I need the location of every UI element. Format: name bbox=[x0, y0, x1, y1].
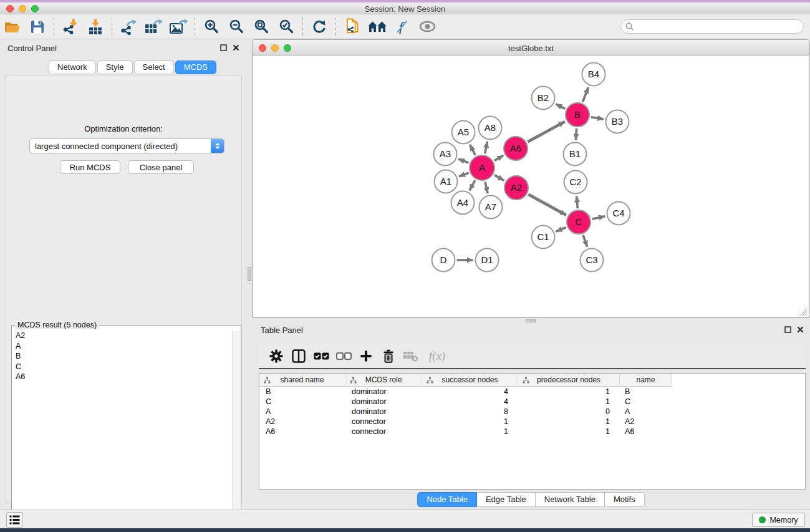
network-canvas[interactable]: AA1A3A4A5A7A8A6A2BB1B2B3B4CC1C2C3C4DD1 bbox=[253, 56, 809, 318]
column-header-name[interactable]: name bbox=[620, 374, 672, 387]
graph-node-label: B2 bbox=[538, 92, 549, 103]
network-graph: AA1A3A4A5A7A8A6A2BB1B2B3B4CC1C2C3C4DD1 bbox=[253, 56, 810, 318]
export-table-button[interactable] bbox=[143, 16, 164, 37]
import-table-button[interactable] bbox=[85, 16, 106, 37]
refresh-button[interactable] bbox=[309, 16, 330, 37]
delete-column-button[interactable] bbox=[377, 346, 400, 366]
column-header-MCDS-role[interactable]: MCDS role bbox=[345, 374, 422, 387]
run-mcds-button[interactable]: Run MCDS bbox=[60, 160, 120, 174]
save-session-button[interactable] bbox=[27, 16, 48, 37]
table-settings-button[interactable] bbox=[265, 346, 287, 366]
mcds-result-item[interactable]: A2 bbox=[12, 331, 232, 341]
export-network-button[interactable] bbox=[118, 16, 139, 37]
tab-select[interactable]: Select bbox=[134, 60, 174, 74]
graph-edge-B-B2[interactable] bbox=[556, 104, 565, 109]
graph-edge-A-A7[interactable] bbox=[485, 181, 488, 193]
graph-edge-B-B4[interactable] bbox=[582, 87, 588, 102]
column-header-predecessor-nodes[interactable]: predecessor nodes bbox=[518, 374, 620, 387]
show-hide-panels-button[interactable] bbox=[417, 16, 438, 37]
table-row[interactable]: Adominator80A bbox=[259, 407, 805, 417]
mcds-result-item[interactable]: C bbox=[12, 362, 232, 372]
main-toolbar: f bbox=[0, 14, 810, 39]
session-title: Session: New Session bbox=[0, 4, 810, 14]
zoom-in-button[interactable] bbox=[201, 16, 222, 37]
mcds-result-item[interactable]: B bbox=[12, 351, 232, 362]
memory-button[interactable]: Memory bbox=[752, 513, 805, 527]
open-session-button[interactable] bbox=[2, 16, 23, 37]
graph-node-label: C bbox=[576, 216, 582, 227]
mcds-result-item[interactable]: A6 bbox=[12, 372, 232, 382]
graph-node-label: C2 bbox=[569, 177, 581, 187]
column-header-label: shared name bbox=[280, 375, 324, 384]
table-row[interactable]: Cdominator41C bbox=[259, 397, 805, 407]
cell-name: A6 bbox=[620, 427, 672, 436]
graph-edge-B-B3[interactable] bbox=[591, 117, 604, 119]
graph-edge-A-A6[interactable] bbox=[494, 155, 503, 160]
search-field bbox=[620, 19, 804, 34]
close-panel-icon[interactable] bbox=[233, 44, 239, 51]
graph-edge-B-B1[interactable] bbox=[576, 128, 576, 140]
zoom-out-button[interactable] bbox=[226, 16, 247, 37]
graph-edge-A6-B[interactable] bbox=[528, 122, 564, 142]
delete-table-button[interactable] bbox=[400, 346, 422, 366]
table-row[interactable]: Bdominator41B bbox=[259, 387, 805, 397]
gear-icon bbox=[269, 349, 283, 363]
search-input[interactable] bbox=[634, 21, 803, 32]
mcds-result-item[interactable]: A bbox=[12, 341, 232, 352]
optimization-criterion-select[interactable]: largest connected component (directed) bbox=[29, 138, 224, 153]
add-column-button[interactable] bbox=[355, 346, 377, 366]
network-window-titlebar: testGlobe.txt bbox=[252, 39, 810, 56]
graph-node-label: A3 bbox=[440, 148, 451, 159]
column-header-shared-name[interactable]: shared name bbox=[259, 374, 345, 387]
tab-network[interactable]: Network bbox=[49, 60, 96, 74]
tab-network-table[interactable]: Network Table bbox=[536, 492, 605, 507]
float-panel-icon[interactable] bbox=[784, 326, 791, 333]
graph-edge-A-A4[interactable] bbox=[470, 180, 475, 190]
network-from-clipboard-button[interactable] bbox=[342, 16, 363, 37]
cell-name: C bbox=[620, 397, 672, 406]
graph-edge-A-A8[interactable] bbox=[485, 142, 488, 153]
tab-edge-table[interactable]: Edge Table bbox=[477, 492, 536, 507]
vertical-splitter-handle[interactable] bbox=[248, 267, 251, 281]
graph-edge-A-A5[interactable] bbox=[470, 145, 475, 155]
graph-edge-C-C4[interactable] bbox=[592, 216, 605, 219]
graph-edge-C-C1[interactable] bbox=[556, 228, 566, 232]
graph-edge-C-C3[interactable] bbox=[583, 235, 587, 247]
column-view-button[interactable] bbox=[287, 346, 310, 366]
function-builder-button[interactable]: f(x) bbox=[422, 346, 452, 366]
close-panel-icon[interactable] bbox=[797, 326, 804, 333]
tab-mcds[interactable]: MCDS bbox=[175, 60, 216, 74]
export-image-icon bbox=[169, 19, 188, 35]
task-history-button[interactable] bbox=[6, 512, 23, 528]
table-row[interactable]: A6connector11A6 bbox=[259, 427, 805, 437]
graph-edge-A-A3[interactable] bbox=[458, 159, 468, 163]
tab-node-table[interactable]: Node Table bbox=[417, 492, 477, 507]
graph-node-label: B3 bbox=[612, 116, 623, 127]
import-network-button[interactable] bbox=[60, 16, 81, 37]
table-row[interactable]: A2connector11A2 bbox=[259, 417, 805, 427]
export-image-button[interactable] bbox=[168, 16, 189, 37]
graph-edge-A2-C[interactable] bbox=[528, 195, 566, 215]
zoom-fit-button[interactable] bbox=[251, 16, 272, 37]
status-bar: Memory bbox=[0, 510, 810, 528]
home-view-button[interactable] bbox=[367, 16, 388, 37]
graph-edge-A-A2[interactable] bbox=[494, 175, 504, 181]
close-panel-button[interactable]: Close panel bbox=[128, 160, 194, 174]
horizontal-splitter-handle[interactable] bbox=[526, 319, 536, 322]
graph-edge-A-A1[interactable] bbox=[459, 173, 468, 177]
mcds-list-scrollbar[interactable] bbox=[232, 331, 240, 532]
resize-grip-icon[interactable] bbox=[799, 308, 808, 316]
zoom-selected-button[interactable] bbox=[276, 16, 297, 37]
deselect-all-columns-button[interactable] bbox=[332, 346, 355, 366]
graph-edge-C-C2[interactable] bbox=[577, 196, 578, 208]
column-header-label: predecessor nodes bbox=[537, 375, 600, 384]
float-panel-icon[interactable] bbox=[220, 44, 227, 51]
open-folder-icon bbox=[4, 20, 21, 34]
select-all-columns-button[interactable] bbox=[310, 346, 332, 366]
tab-style[interactable]: Style bbox=[97, 60, 133, 74]
cell-name: A bbox=[620, 407, 672, 416]
tab-motifs[interactable]: Motifs bbox=[605, 492, 645, 507]
hide-graphics-details-button[interactable]: f bbox=[392, 16, 413, 37]
delete-table-icon bbox=[403, 350, 419, 362]
column-header-successor-nodes[interactable]: successor nodes bbox=[422, 374, 518, 387]
